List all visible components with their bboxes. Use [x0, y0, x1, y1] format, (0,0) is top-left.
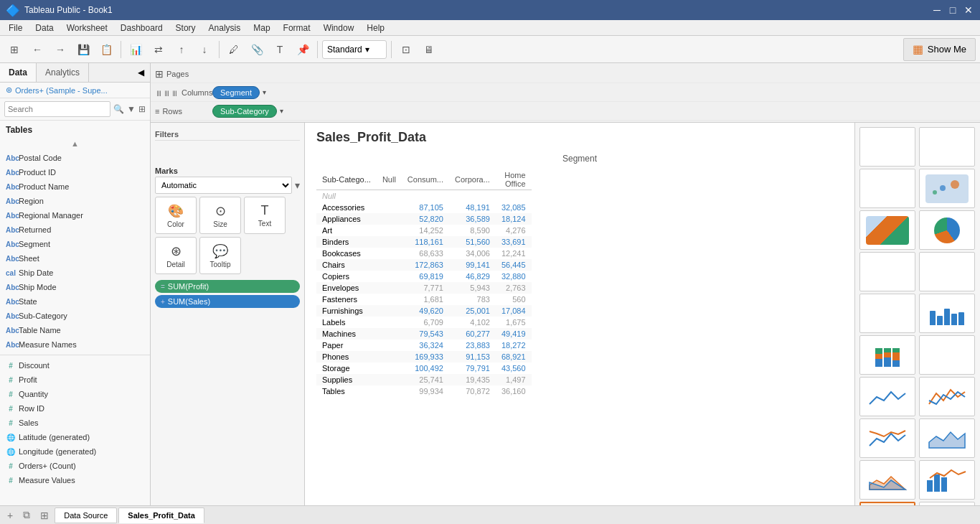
showme-h-bar[interactable]	[859, 252, 915, 291]
marks-btn-size[interactable]: ⊙Size	[199, 197, 241, 234]
showme-side-v-bar[interactable]	[919, 335, 975, 375]
menu-analysis[interactable]: Analysis	[203, 22, 247, 34]
forward-btn[interactable]: →	[50, 39, 70, 60]
save-btn[interactable]: 💾	[73, 39, 93, 60]
highlight-btn[interactable]: 🖊	[224, 39, 244, 60]
menu-map[interactable]: Map	[248, 22, 275, 34]
tab-data-source[interactable]: Data Source	[55, 507, 117, 523]
pin-btn[interactable]: 📌	[293, 39, 313, 60]
swap-btn[interactable]: ⇄	[149, 39, 169, 60]
showme-line-continuous[interactable]	[919, 377, 975, 416]
menu-format[interactable]: Format	[278, 22, 316, 34]
marks-pill-sum-sales-[interactable]: +SUM(Sales)	[155, 295, 300, 308]
field-measure-values[interactable]: #Measure Values	[0, 473, 150, 487]
showme-scatter-plot[interactable]: ++	[859, 502, 915, 505]
sort-desc-btn[interactable]: ↓	[194, 39, 215, 60]
menu-file[interactable]: File	[3, 22, 28, 34]
field-region[interactable]: AbcRegion	[0, 194, 150, 208]
showme-dual-combination[interactable]	[919, 460, 975, 500]
rows-pill[interactable]: Sub-Category	[212, 105, 277, 118]
device-btn[interactable]: 🖥	[419, 39, 439, 60]
field-quantity[interactable]: #Quantity	[0, 387, 150, 401]
back-btn[interactable]: ←	[27, 39, 47, 60]
close-btn[interactable]: ✕	[963, 4, 974, 16]
maximize-btn[interactable]: □	[947, 4, 958, 16]
field-sheet[interactable]: AbcSheet	[0, 251, 150, 266]
showme-text-table[interactable]	[859, 127, 915, 167]
showme-pie-chart[interactable]	[919, 210, 975, 250]
menu-dashboard[interactable]: Dashboard	[115, 22, 169, 34]
rows-dropdown[interactable]: ▾	[280, 107, 283, 115]
field-table-name[interactable]: AbcTable Name	[0, 323, 150, 337]
field-discount[interactable]: #Discount	[0, 358, 150, 373]
field-row-id[interactable]: #Row ID	[0, 401, 150, 416]
marks-btn-text[interactable]: TText	[244, 197, 286, 234]
field-product-name[interactable]: AbcProduct Name	[0, 179, 150, 194]
field-product-id[interactable]: AbcProduct ID	[0, 165, 150, 179]
fit-btn[interactable]: ⊡	[396, 39, 416, 60]
showme-highlight-table[interactable]	[859, 169, 915, 208]
marks-type-select[interactable]: Automatic	[155, 177, 292, 194]
showme-stacked-h-bar[interactable]	[919, 252, 975, 291]
list-view-icon[interactable]: ⊞	[138, 104, 146, 114]
field-ship-date[interactable]: calShip Date	[0, 266, 150, 280]
columns-dropdown[interactable]: ▾	[263, 88, 266, 96]
minimize-btn[interactable]: ─	[931, 4, 943, 16]
menu-help[interactable]: Help	[361, 22, 390, 34]
field-measure-names[interactable]: AbcMeasure Names	[0, 337, 150, 352]
showme-area-discrete[interactable]	[919, 418, 975, 458]
field-longitude-(generated)[interactable]: 🌐Longitude (generated)	[0, 444, 150, 459]
field-▲[interactable]: ▲	[0, 136, 150, 151]
menu-story[interactable]: Story	[170, 22, 202, 34]
marks-btn-detail[interactable]: ⊛Detail	[155, 237, 197, 274]
showme-symbol-map[interactable]	[919, 169, 975, 208]
field-sub-category[interactable]: AbcSub-Category	[0, 309, 150, 323]
showme-stacked-v-bar[interactable]	[859, 335, 915, 375]
add-ds-btn[interactable]: 📋	[96, 39, 116, 60]
field-regional-manager[interactable]: AbcRegional Manager	[0, 208, 150, 223]
field-returned[interactable]: AbcReturned	[0, 223, 150, 237]
field-sales[interactable]: #Sales	[0, 416, 150, 430]
columns-pill[interactable]: Segment	[212, 86, 260, 99]
showme-filled-map[interactable]	[859, 210, 915, 250]
showme-histogram[interactable]	[919, 502, 975, 505]
more-sheet-btn[interactable]: ⊞	[36, 508, 53, 523]
menu-window[interactable]: Window	[318, 22, 360, 34]
filter-icon[interactable]: ▼	[127, 104, 136, 114]
show-me-button[interactable]: ▦ Show Me	[903, 38, 976, 61]
showme-v-bar[interactable]	[919, 294, 975, 333]
showme-line-discrete[interactable]	[859, 377, 915, 416]
label-btn[interactable]: T	[270, 39, 290, 60]
standard-dropdown[interactable]: Standard ▾	[322, 40, 387, 59]
marks-btn-tooltip[interactable]: 💬Tooltip	[199, 237, 241, 274]
search-icon[interactable]: 🔍	[113, 104, 124, 114]
showme-dual-line[interactable]	[859, 418, 915, 458]
field-segment[interactable]: AbcSegment	[0, 237, 150, 251]
text-icon: T	[261, 203, 269, 218]
marks-pill-sum-profit-[interactable]: =SUM(Profit)	[155, 280, 300, 293]
showme-heat-map[interactable]	[919, 127, 975, 167]
tab-data[interactable]: Data	[0, 63, 37, 82]
showme-area-continuous[interactable]	[859, 460, 915, 500]
field-latitude-(generated)[interactable]: 🌐Latitude (generated)	[0, 430, 150, 444]
field-profit[interactable]: #Profit	[0, 373, 150, 387]
menu-data[interactable]: Data	[29, 22, 59, 34]
menu-worksheet[interactable]: Worksheet	[61, 22, 113, 34]
field-orders+-(count)[interactable]: #Orders+ (Count)	[0, 459, 150, 473]
new-sheet-btn[interactable]: +	[3, 508, 17, 523]
grid-btn[interactable]: ⊞	[4, 39, 24, 60]
field-state[interactable]: AbcState	[0, 294, 150, 309]
annotate-btn[interactable]: 📎	[247, 39, 267, 60]
field-ship-mode[interactable]: AbcShip Mode	[0, 280, 150, 294]
showme-side-h-bar[interactable]	[859, 294, 915, 333]
duplicate-sheet-btn[interactable]: ⧉	[19, 507, 34, 523]
panel-close[interactable]: ◀	[132, 63, 150, 82]
marks-btn-color[interactable]: 🎨Color	[155, 197, 197, 234]
tab-analytics[interactable]: Analytics	[37, 63, 89, 82]
marks-type-arrow[interactable]: ▾	[295, 179, 300, 191]
sort-asc-btn[interactable]: ↑	[171, 39, 192, 60]
search-input[interactable]	[4, 101, 110, 117]
field-postal-code[interactable]: AbcPostal Code	[0, 151, 150, 165]
tab-active[interactable]: Sales_Profit_Data	[118, 507, 204, 523]
chart-type-btn[interactable]: 📊	[126, 39, 146, 60]
